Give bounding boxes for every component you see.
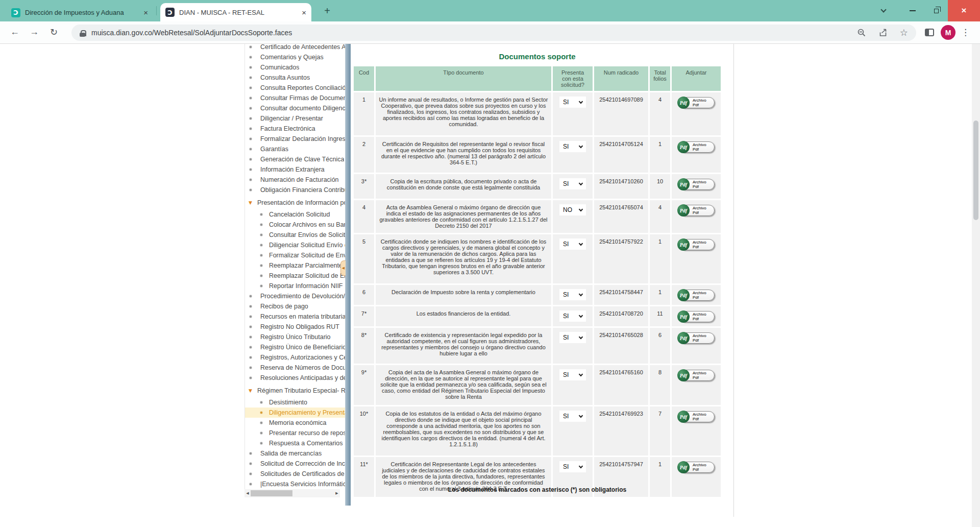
profile-avatar[interactable]: M bbox=[941, 25, 955, 40]
scrollbar-track[interactable] bbox=[251, 490, 334, 496]
bookmark-star-icon[interactable]: ☆ bbox=[900, 28, 908, 37]
browser-vertical-scrollbar[interactable] bbox=[972, 44, 980, 527]
adjuntar-pdf-button[interactable]: PdfArchivoPdf bbox=[677, 289, 715, 302]
new-tab-button[interactable]: + bbox=[321, 4, 334, 17]
sidebar-item[interactable]: Cancelación Solicitud bbox=[245, 209, 345, 220]
sidebar-item[interactable]: Solicitud de Corrección de Incons bbox=[245, 459, 345, 469]
panel-splitter[interactable] bbox=[345, 44, 351, 506]
sidebar-item-label: Registro Único Tributario bbox=[260, 333, 331, 341]
scrollbar-thumb[interactable] bbox=[251, 490, 292, 496]
sidebar-item[interactable]: Generación de Clave Técnica bbox=[245, 154, 345, 164]
sidebar-item[interactable]: Registro Único Tributario bbox=[245, 332, 345, 342]
sidebar-item-label: Generación de Clave Técnica bbox=[260, 156, 344, 163]
sidebar-item[interactable]: Reserva de Números de Docume bbox=[245, 363, 345, 373]
sidebar-item[interactable]: Colocar Archivos en su Bandeja bbox=[245, 220, 345, 230]
sidebar-item[interactable]: Formalizar Declaración Ingreso S bbox=[245, 134, 345, 144]
sidebar-item[interactable]: Recursos en materia tributaria bbox=[245, 312, 345, 322]
adjuntar-pdf-button[interactable]: PdfArchivoPdf bbox=[677, 310, 715, 323]
address-bar[interactable]: muisca.dian.gov.co/WebRetesal/SolAdjunta… bbox=[71, 25, 916, 41]
sidebar-item[interactable]: Consulta Asuntos bbox=[245, 73, 345, 83]
presenta-select[interactable]: SI bbox=[559, 310, 586, 322]
expanded-triangle-icon[interactable]: ▼ bbox=[249, 200, 252, 205]
splitter-collapse-handle[interactable]: ◀ bbox=[340, 260, 346, 276]
sidebar-item[interactable]: Diligenciar Solicitud Envío de Ar bbox=[245, 240, 345, 250]
side-panel-icon[interactable] bbox=[925, 29, 934, 36]
presenta-select[interactable]: SI bbox=[559, 411, 586, 422]
sidebar-item[interactable]: Consultar Firmas de Documento bbox=[245, 93, 345, 103]
sidebar-item[interactable]: Registros, Autorizaciones y Certif bbox=[245, 352, 345, 363]
sidebar-item[interactable]: Solicitudes de Certificados de Re bbox=[245, 469, 345, 479]
presenta-select[interactable]: SI bbox=[559, 141, 586, 152]
sidebar-item[interactable]: Reportar Información NIIF bbox=[245, 281, 345, 291]
adjuntar-pdf-button[interactable]: PdfArchivoPdf bbox=[677, 461, 715, 474]
sidebar-item[interactable]: Comunicados bbox=[245, 62, 345, 73]
browser-tab-inactive[interactable]: Ɔ Dirección de Impuestos y Aduana × bbox=[6, 4, 153, 21]
tab-close-icon[interactable]: × bbox=[302, 8, 306, 17]
presenta-select[interactable]: SI bbox=[559, 289, 586, 300]
sidebar-item[interactable]: Comentarios y Quejas bbox=[245, 52, 345, 62]
sidebar-item-label: Régimen Tributario Especial- RTE bbox=[257, 387, 345, 394]
sidebar-item[interactable]: ▼Régimen Tributario Especial- RTE bbox=[245, 386, 345, 396]
close-button[interactable]: × bbox=[948, 0, 980, 21]
presenta-select[interactable]: SI bbox=[559, 332, 586, 343]
scroll-left-icon[interactable]: ◀ bbox=[244, 491, 251, 495]
sidebar-item[interactable]: Resoluciones Anticipadas y de Cl bbox=[245, 373, 345, 383]
sidebar-item[interactable]: Información Extranjera bbox=[245, 164, 345, 175]
sidebar-item[interactable]: Registro No Obligados RUT bbox=[245, 322, 345, 332]
zoom-out-icon[interactable] bbox=[857, 28, 866, 37]
sidebar-item[interactable]: Respuesta a Comentarios bbox=[245, 438, 345, 448]
presenta-select[interactable]: NO bbox=[559, 204, 586, 215]
sidebar-item[interactable]: Memoria económica bbox=[245, 418, 345, 428]
sidebar-item[interactable]: Numeración de Facturación bbox=[245, 175, 345, 185]
sidebar-item[interactable]: Recibos de pago bbox=[245, 301, 345, 312]
presenta-select[interactable]: SI bbox=[559, 178, 586, 189]
tab-search-chevron-icon[interactable] bbox=[880, 7, 886, 12]
adjuntar-pdf-button[interactable]: PdfArchivoPdf bbox=[677, 97, 715, 109]
adjuntar-pdf-button[interactable]: PdfArchivoPdf bbox=[677, 178, 715, 191]
sidebar-item[interactable]: Registro Único de Beneficiarios F bbox=[245, 342, 345, 352]
restore-button[interactable] bbox=[924, 0, 948, 21]
adjuntar-pdf-button[interactable]: PdfArchivoPdf bbox=[677, 411, 715, 423]
adjuntar-pdf-button[interactable]: PdfArchivoPdf bbox=[677, 332, 715, 345]
back-button[interactable]: ← bbox=[10, 27, 19, 37]
presenta-select[interactable]: SI bbox=[559, 369, 586, 380]
url-text[interactable]: muisca.dian.gov.co/WebRetesal/SolAdjunta… bbox=[91, 29, 292, 37]
vertical-scrollbar-thumb[interactable] bbox=[973, 121, 978, 220]
adjuntar-pdf-button[interactable]: PdfArchivoPdf bbox=[677, 369, 715, 382]
minimize-button[interactable] bbox=[901, 0, 924, 21]
sidebar-item[interactable]: Reemplazar Solicitud de Envío d bbox=[245, 271, 345, 281]
adjuntar-pdf-button[interactable]: PdfArchivoPdf bbox=[677, 238, 715, 251]
adjuntar-pdf-button[interactable]: PdfArchivoPdf bbox=[677, 141, 715, 154]
sidebar-item[interactable]: Factura Electrónica bbox=[245, 124, 345, 134]
adjuntar-pdf-button[interactable]: PdfArchivoPdf bbox=[677, 204, 715, 217]
reload-button[interactable]: ↻ bbox=[50, 27, 58, 38]
scroll-right-icon[interactable]: ▶ bbox=[334, 491, 340, 495]
sidebar-item[interactable]: Desistimiento bbox=[245, 397, 345, 408]
sidebar-item[interactable]: Reemplazar Parcialmente Envío bbox=[245, 260, 345, 271]
sidebar-item[interactable]: Diligenciamiento y Presentación bbox=[245, 408, 345, 418]
sidebar-item[interactable]: Obligación Financiera Contribuye bbox=[245, 185, 345, 195]
presenta-select[interactable]: SI bbox=[559, 461, 586, 472]
sidebar-item[interactable]: Formalizar Solicitud de Envío de bbox=[245, 250, 345, 260]
sidebar-horizontal-scrollbar[interactable]: ◀ ▶ bbox=[244, 489, 340, 497]
sidebar-item[interactable]: Consulta Reportes Conciliación F bbox=[245, 83, 345, 93]
sidebar-item[interactable]: Salida de mercancías bbox=[245, 448, 345, 459]
expanded-triangle-icon[interactable]: ▼ bbox=[249, 388, 252, 393]
browser-tab-active[interactable]: Ɔ DIAN - MUISCA - RET-ESAL × bbox=[160, 3, 311, 21]
sidebar-item[interactable]: Certificado de Antecedentes Adu bbox=[245, 44, 345, 52]
tab-close-icon[interactable]: × bbox=[143, 8, 148, 17]
sidebar-item[interactable]: Procedimiento de Devolución/Co bbox=[245, 291, 345, 301]
share-icon[interactable] bbox=[878, 28, 888, 37]
sidebar-item[interactable]: Consultar documento Diligenciad bbox=[245, 103, 345, 113]
menu-kebab-icon[interactable]: ⋮ bbox=[961, 27, 970, 37]
presenta-select[interactable]: SI bbox=[559, 97, 586, 108]
sidebar-item[interactable]: Diligenciar / Presentar bbox=[245, 113, 345, 124]
presenta-select[interactable]: SI bbox=[559, 238, 586, 250]
sidebar-item[interactable]: ▼Presentación de Información por bbox=[245, 198, 345, 208]
sidebar-item[interactable]: Presentar recurso de reposición bbox=[245, 428, 345, 438]
sidebar-item[interactable]: Garantías bbox=[245, 144, 345, 154]
sidebar-item[interactable]: Consultar Envíos de Solicitudes bbox=[245, 230, 345, 240]
forward-button[interactable]: → bbox=[30, 27, 39, 37]
sidebar-item[interactable]: |Encuesta Servicios Informático E bbox=[245, 479, 345, 489]
pdf-button-label: ArchivoPdf bbox=[693, 333, 706, 343]
